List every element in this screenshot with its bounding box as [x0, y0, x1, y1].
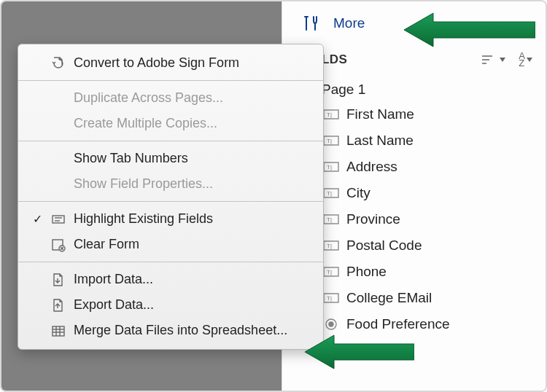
menu-item[interactable]: Export Data... — [18, 292, 323, 318]
menu-separator — [18, 80, 323, 81]
svg-text:T|: T| — [327, 269, 332, 275]
menu-item-label: Import Data... — [74, 272, 153, 287]
field-list: T|First NameT|Last NameT|AddressT|CityT|… — [301, 106, 532, 332]
menu-item-label: Export Data... — [74, 297, 154, 313]
svg-rect-21 — [53, 216, 64, 223]
field-label: City — [346, 185, 371, 201]
annotation-arrow-merge — [305, 334, 414, 375]
field-item[interactable]: T|College EMail — [323, 290, 532, 306]
menu-separator — [18, 262, 323, 262]
svg-rect-28 — [53, 326, 64, 336]
field-label: Phone — [346, 264, 387, 280]
field-item[interactable]: T|City — [323, 185, 532, 201]
menu-item: Create Multiple Copies... — [18, 111, 323, 136]
tab-order-icon[interactable] — [481, 54, 505, 66]
checkmark-icon: ✓ — [33, 212, 42, 226]
radio-field-icon — [323, 318, 339, 330]
field-label: College EMail — [346, 290, 432, 306]
tools-icon — [301, 15, 322, 32]
menu-item[interactable]: Convert to Adobe Sign Form — [18, 50, 323, 76]
field-label: First Name — [346, 106, 414, 122]
field-item[interactable]: T|Postal Code — [323, 238, 532, 254]
export-icon — [50, 297, 66, 313]
menu-item-label: Show Field Properties... — [74, 176, 213, 192]
menu-item[interactable]: Show Tab Numbers — [18, 146, 323, 171]
text-field-icon: T| — [323, 161, 339, 173]
menu-item: Show Field Properties... — [18, 171, 323, 197]
menu-item-label: Convert to Adobe Sign Form — [74, 55, 239, 71]
menu-item-label: Show Tab Numbers — [74, 151, 188, 166]
menu-item-label: Clear Form — [74, 237, 139, 252]
more-context-menu: Convert to Adobe Sign FormDuplicate Acro… — [18, 44, 324, 350]
menu-separator — [18, 201, 323, 202]
svg-text:T|: T| — [327, 190, 332, 197]
highlight-icon — [50, 211, 66, 227]
menu-item: Duplicate Across Pages... — [18, 85, 323, 111]
field-item[interactable]: T|Address — [323, 159, 532, 175]
svg-text:T|: T| — [327, 216, 332, 223]
menu-item-label: Duplicate Across Pages... — [74, 90, 223, 106]
merge-icon — [50, 323, 66, 339]
text-field-icon: T| — [323, 109, 339, 120]
menu-item-label: Highlight Existing Fields — [74, 211, 213, 227]
svg-text:T|: T| — [327, 111, 332, 118]
field-label: Province — [346, 211, 400, 227]
svg-point-20 — [329, 322, 333, 326]
menu-item[interactable]: Clear Form — [18, 232, 323, 257]
field-label: Postal Code — [346, 238, 422, 254]
field-label: Address — [346, 159, 397, 175]
svg-text:T|: T| — [327, 164, 332, 170]
text-field-icon: T| — [323, 292, 339, 304]
menu-item[interactable]: Merge Data Files into Spreadsheet... — [18, 318, 323, 343]
menu-item-label: Merge Data Files into Spreadsheet... — [74, 323, 287, 338]
convert-icon — [50, 55, 66, 71]
clear-form-icon — [50, 237, 66, 253]
menu-item[interactable]: Import Data... — [18, 267, 323, 292]
import-icon — [50, 272, 66, 288]
field-item[interactable]: T|Last Name — [323, 133, 532, 149]
page-label: Page 1 — [322, 82, 365, 98]
text-field-icon: T| — [323, 266, 339, 278]
menu-separator — [18, 141, 323, 141]
annotation-arrow-more — [404, 12, 535, 55]
menu-item-label: Create Multiple Copies... — [74, 116, 217, 131]
field-label: Food Preference — [346, 316, 450, 332]
text-field-icon: T| — [323, 135, 339, 146]
text-field-icon: T| — [323, 187, 339, 199]
more-link[interactable]: More — [333, 15, 365, 31]
svg-text:T|: T| — [327, 243, 332, 249]
field-item[interactable]: T|First Name — [323, 106, 532, 122]
field-item[interactable]: T|Province — [323, 211, 532, 227]
field-item[interactable]: T|Phone — [323, 264, 532, 280]
menu-item[interactable]: ✓Highlight Existing Fields — [18, 206, 323, 232]
text-field-icon: T| — [323, 213, 339, 225]
text-field-icon: T| — [323, 240, 339, 251]
field-label: Last Name — [346, 133, 414, 149]
svg-text:T|: T| — [327, 138, 332, 144]
svg-text:T|: T| — [327, 295, 332, 302]
field-item[interactable]: Food Preference — [323, 316, 532, 332]
page-node[interactable]: Page 1 — [301, 82, 532, 98]
